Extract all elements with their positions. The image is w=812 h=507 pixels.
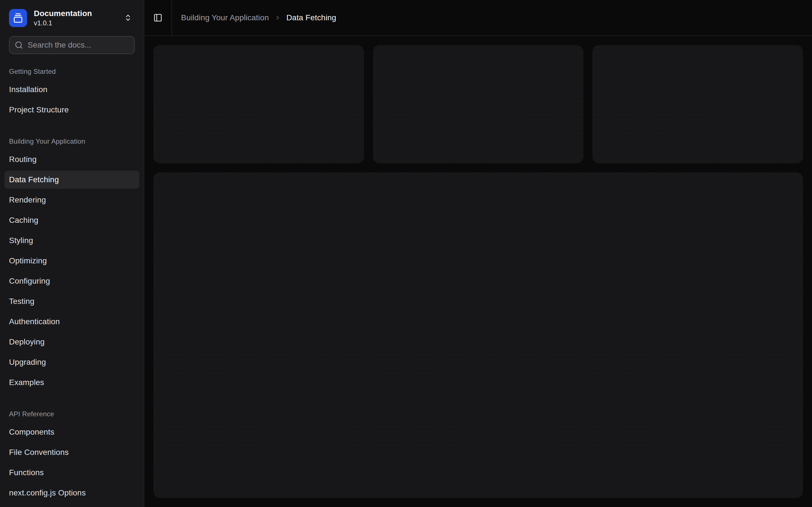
sidebar-group: Building Your ApplicationRoutingData Fet… (4, 132, 139, 392)
chevrons-up-down-icon (124, 14, 132, 22)
sidebar-group: Getting StartedInstallationProject Struc… (4, 62, 139, 119)
main-panel: Building Your Application Data Fetching (144, 0, 812, 507)
page-content (144, 36, 812, 507)
sidebar-item-next-config-js-options[interactable]: next.config.js Options (4, 484, 139, 502)
sidebar-menu: RoutingData FetchingRenderingCachingStyl… (4, 151, 139, 392)
sidebar-item-styling[interactable]: Styling (4, 231, 139, 249)
search-form (0, 36, 144, 54)
sidebar-group: API ReferenceComponentsFile ConventionsF… (4, 405, 139, 502)
sidebar-item-examples[interactable]: Examples (4, 374, 139, 392)
sidebar-item-caching[interactable]: Caching (4, 211, 139, 229)
sidebar-group-label: Getting Started (4, 62, 139, 80)
sidebar-item-authentication[interactable]: Authentication (4, 313, 139, 331)
search-icon (15, 41, 23, 49)
sidebar-item-file-conventions[interactable]: File Conventions (4, 443, 139, 461)
sidebar-item-project-structure[interactable]: Project Structure (4, 101, 139, 119)
panel-left-icon (153, 13, 162, 22)
sidebar-nav: Getting StartedInstallationProject Struc… (0, 54, 144, 507)
sidebar-item-testing[interactable]: Testing (4, 292, 139, 311)
app-logo (9, 9, 27, 27)
sidebar-item-rendering[interactable]: Rendering (4, 191, 139, 209)
gallery-vertical-end-icon (13, 13, 23, 23)
sidebar-item-deploying[interactable]: Deploying (4, 333, 139, 351)
sidebar-item-configuring[interactable]: Configuring (4, 272, 139, 290)
workspace-switcher-button[interactable]: Documentation v1.0.1 (4, 4, 139, 32)
sidebar-group-label: API Reference (4, 405, 139, 423)
sidebar-header: Documentation v1.0.1 (0, 0, 144, 36)
sidebar-menu: ComponentsFile ConventionsFunctionsnext.… (4, 423, 139, 502)
breadcrumb-parent[interactable]: Building Your Application (181, 13, 269, 22)
chevron-right-icon (274, 15, 281, 21)
header-separator (171, 0, 172, 36)
search-box (9, 36, 135, 54)
sidebar-item-components[interactable]: Components (4, 423, 139, 441)
sidebar-group-label: Building Your Application (4, 132, 139, 151)
workspace-title: Documentation (34, 9, 92, 18)
placeholder-cards-row (153, 45, 803, 163)
sidebar-menu: InstallationProject Structure (4, 80, 139, 119)
workspace-version: v1.0.1 (34, 19, 92, 27)
placeholder-card (373, 45, 583, 163)
sidebar-item-installation[interactable]: Installation (4, 80, 139, 99)
sidebar-item-routing[interactable]: Routing (4, 151, 139, 168)
placeholder-card (153, 45, 364, 163)
placeholder-panel (153, 172, 803, 498)
sidebar: Documentation v1.0.1 Getting StartedInst… (0, 0, 144, 507)
breadcrumb-current: Data Fetching (287, 13, 336, 22)
sidebar-item-optimizing[interactable]: Optimizing (4, 252, 139, 270)
placeholder-card (592, 45, 803, 163)
sidebar-item-functions[interactable]: Functions (4, 464, 139, 482)
main-header: Building Your Application Data Fetching (144, 0, 812, 36)
breadcrumb: Building Your Application Data Fetching (181, 13, 336, 22)
sidebar-item-upgrading[interactable]: Upgrading (4, 353, 139, 371)
sidebar-item-data-fetching[interactable]: Data Fetching (4, 171, 139, 189)
sidebar-toggle-button[interactable] (149, 9, 167, 27)
workspace-info: Documentation v1.0.1 (34, 9, 92, 27)
search-input[interactable] (28, 37, 129, 54)
